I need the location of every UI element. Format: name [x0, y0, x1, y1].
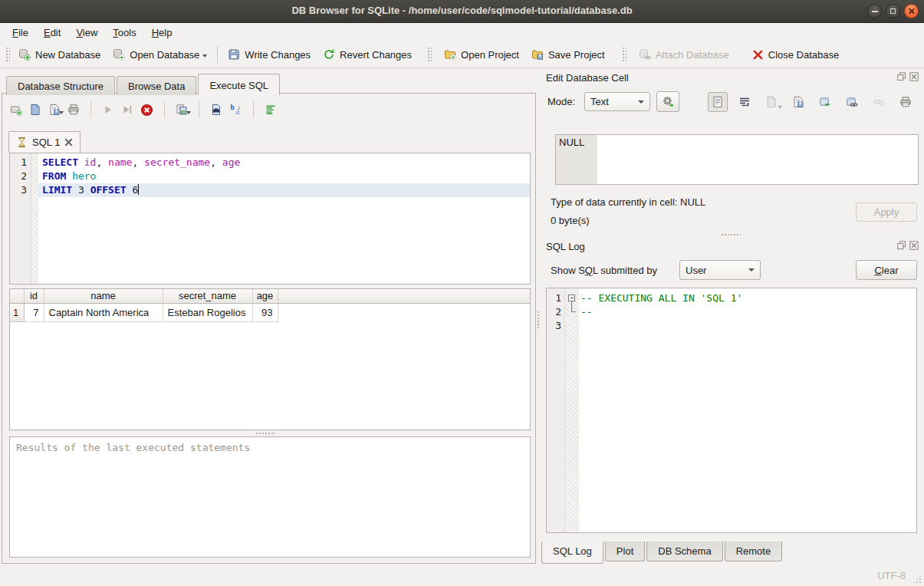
toolbar-drag-handle[interactable] [622, 47, 626, 62]
editor-code-area[interactable]: SELECT id, name, secret_name, age FROM h… [38, 153, 530, 284]
tab-database-structure[interactable]: Database Structure [6, 76, 115, 95]
close-button[interactable] [904, 4, 919, 18]
panel-splitter-handle[interactable] [721, 233, 741, 237]
sql-log-view[interactable]: 1 2 3 -- EXECUTING ALL IN 'SQL 1' -- [546, 288, 917, 533]
attach-database-button: Attach Database [633, 44, 735, 64]
table-row[interactable]: 1 7 Captain North America Esteban Rogeli… [10, 303, 530, 321]
menu-file[interactable]: File [5, 25, 36, 41]
column-header-secret-name[interactable]: secret_name [163, 289, 252, 303]
edit-cell-title: Edit Database Cell [546, 72, 629, 84]
chevron-down-icon [748, 268, 755, 272]
replace-icon[interactable]: ba [229, 104, 242, 116]
column-header-age[interactable]: age [252, 289, 278, 303]
word-wrap-button[interactable] [735, 92, 755, 112]
float-panel-icon[interactable] [897, 72, 906, 81]
cell-name[interactable]: Captain North America [44, 303, 163, 321]
maximize-icon [890, 8, 896, 14]
print-cell-button[interactable] [896, 92, 916, 112]
open-database-button[interactable]: Open Database [107, 44, 213, 64]
svg-text:b: b [231, 104, 235, 111]
vertical-splitter-handle[interactable] [537, 311, 540, 329]
format-sql-icon[interactable] [265, 104, 277, 116]
cell-age[interactable]: 93 [252, 303, 278, 321]
close-panel-icon[interactable] [909, 241, 919, 250]
open-sql-tab-icon[interactable] [10, 104, 22, 116]
open-database-dropdown-icon[interactable] [202, 54, 207, 58]
results-message-box[interactable]: Results of the last executed statements [9, 436, 531, 558]
encoding-indicator[interactable]: UTF-8 [877, 570, 906, 581]
maximize-button[interactable] [886, 4, 900, 18]
write-changes-icon [228, 48, 240, 61]
close-panel-icon[interactable] [909, 72, 919, 81]
write-changes-button[interactable]: Write Changes [222, 44, 317, 64]
chevron-down-icon [638, 100, 644, 104]
open-query-dropdown-icon[interactable] [186, 111, 191, 114]
close-database-button[interactable]: Close Database [746, 45, 846, 64]
revert-changes-button[interactable]: Revert Changes [317, 44, 418, 64]
mode-label: Mode: [547, 96, 575, 107]
tab-db-schema[interactable]: DB Schema [646, 542, 722, 561]
find-icon[interactable] [210, 104, 222, 116]
sql-log-title: SQL Log [546, 241, 585, 252]
execute-all-icon [102, 104, 114, 116]
column-header-name[interactable]: name [44, 289, 163, 303]
resize-grip[interactable] [912, 574, 922, 584]
fold-collapse-icon[interactable] [568, 295, 575, 301]
header-filler [278, 289, 530, 303]
toolbar-drag-handle[interactable] [5, 47, 10, 62]
menu-edit[interactable]: Edit [36, 25, 68, 41]
save-sql-file-icon[interactable] [48, 104, 61, 116]
tab-remote[interactable]: Remote [725, 542, 783, 561]
cell-id[interactable]: 7 [24, 303, 44, 321]
tab-sql-log[interactable]: SQL Log [541, 542, 603, 564]
clear-log-button[interactable]: Clear [856, 260, 917, 280]
stop-execution-icon[interactable] [140, 104, 153, 117]
cell-secret-name[interactable]: Esteban Rogelios [163, 303, 252, 321]
tab-execute-sql[interactable]: Execute SQL [198, 74, 280, 95]
save-project-button[interactable]: Save Project [525, 44, 611, 64]
cell-size-info: 0 byte(s) [551, 215, 590, 226]
results-header-row: id name secret_name age [10, 289, 530, 303]
auto-switch-mode-button[interactable] [656, 91, 679, 112]
save-sql-dropdown-icon[interactable] [59, 111, 64, 114]
menu-tools[interactable]: Tools [105, 25, 143, 41]
cell-edit-area[interactable] [597, 135, 918, 184]
print-sql-icon[interactable] [67, 104, 80, 116]
horizontal-splitter-handle[interactable] [255, 432, 275, 436]
new-database-icon [18, 48, 31, 61]
menu-view[interactable]: View [68, 25, 105, 41]
copy-link-button[interactable] [842, 92, 862, 112]
menu-help[interactable]: Help [144, 25, 180, 41]
export-cell-data-button[interactable] [788, 92, 808, 112]
execute-current-line-icon [121, 104, 133, 116]
cell-type-info: Type of data currently in cell: NULL [551, 196, 705, 208]
sql-toolbar-separator [164, 101, 165, 118]
log-filter-combobox[interactable]: User [679, 260, 761, 280]
cell-editor-textarea[interactable]: NULL [555, 134, 919, 185]
results-grid[interactable]: id name secret_name age 1 7 Captain Nort… [9, 288, 531, 430]
open-sql-file-icon[interactable] [29, 104, 41, 116]
tab-browse-data[interactable]: Browse Data [117, 76, 196, 95]
editor-line-numbers: 1 2 3 [10, 153, 31, 284]
text-mode-button[interactable] [708, 92, 728, 112]
close-sql-tab-icon[interactable] [64, 138, 73, 146]
float-panel-icon[interactable] [897, 241, 906, 250]
column-header-id[interactable]: id [24, 289, 44, 303]
apply-button: Apply [856, 202, 917, 222]
minimize-button[interactable] [867, 4, 882, 18]
open-query-in-tab-icon[interactable] [176, 104, 188, 116]
execute-sql-pane: ba SQL 1 1 2 3 SELECT id, name, secret_n… [2, 93, 536, 564]
open-in-external-app-button[interactable] [815, 92, 835, 112]
log-fold-margin[interactable] [565, 288, 579, 532]
toolbar-drag-handle[interactable] [427, 47, 432, 62]
open-project-button[interactable]: Open Project [438, 44, 525, 64]
new-database-button[interactable]: New Database [12, 44, 107, 64]
bottom-tab-bar: SQL Log Plot DB Schema Remote [541, 542, 784, 564]
sql-editor-tab[interactable]: SQL 1 [8, 131, 81, 153]
code-line-2: FROM hero [38, 170, 530, 183]
set-null-button [869, 92, 889, 112]
tab-plot[interactable]: Plot [605, 542, 645, 561]
mode-combobox[interactable]: Text [584, 92, 650, 111]
window-title: DB Browser for SQLite - /home/user/code/… [0, 5, 924, 16]
sql-code-editor[interactable]: 1 2 3 SELECT id, name, secret_name, age … [9, 153, 531, 285]
